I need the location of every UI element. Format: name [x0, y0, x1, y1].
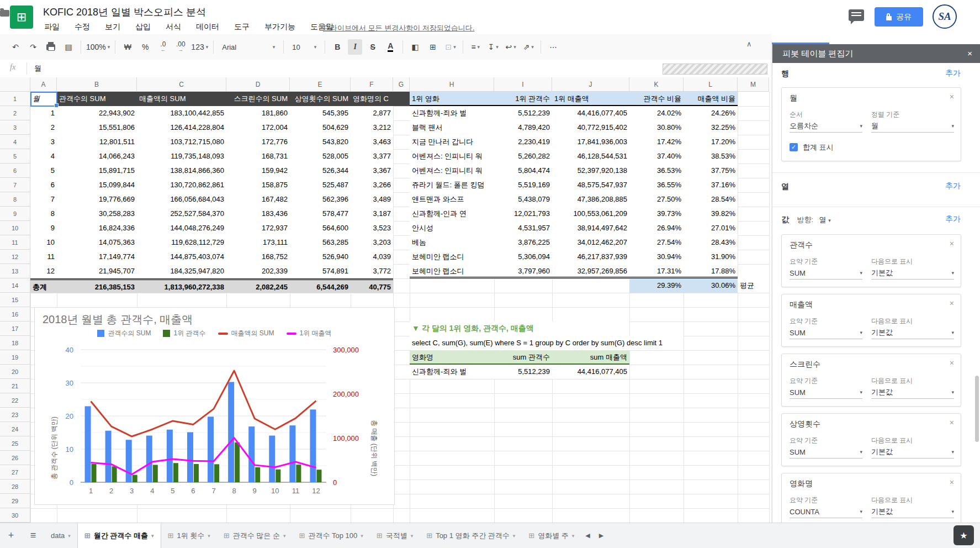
row-header-25[interactable]: 25 — [0, 436, 30, 451]
menu-item-3[interactable]: 보기 — [105, 22, 120, 32]
menu-item-5[interactable]: 서식 — [166, 22, 181, 32]
column-header-L[interactable]: L — [684, 77, 738, 92]
menu-item-6[interactable]: 데이터 — [196, 22, 219, 32]
cell-E1[interactable]: 상영횟수의 SUM — [290, 92, 351, 106]
cell-D10[interactable]: 172,937 — [226, 221, 290, 235]
row-header-2[interactable]: 2 — [0, 106, 30, 120]
cell-E11[interactable]: 563,285 — [290, 235, 351, 250]
cell-F14[interactable]: 40,775 — [351, 278, 393, 293]
comments-icon[interactable] — [849, 9, 864, 21]
font-select[interactable]: Arial▾ — [219, 39, 278, 55]
cell-H1[interactable]: 1위 영화 — [410, 92, 494, 106]
column-header-B[interactable]: B — [57, 77, 137, 92]
row-header-12[interactable]: 12 — [0, 250, 30, 264]
column-header-I[interactable]: I — [494, 77, 552, 92]
cell-H5[interactable]: 어벤져스: 인피니티 워 — [410, 149, 494, 164]
cell-E10[interactable]: 564,600 — [290, 221, 351, 235]
cell-L6[interactable]: 37.75% — [684, 164, 738, 178]
cell-E5[interactable]: 528,005 — [290, 149, 351, 164]
row-header-13[interactable]: 13 — [0, 264, 30, 278]
cell-H20[interactable]: 신과함께-죄와 벌 — [410, 365, 494, 379]
column-header-M[interactable]: M — [738, 77, 769, 92]
cell-F13[interactable]: 3,772 — [351, 264, 393, 278]
cell-J12[interactable]: 46,217,837,939 — [552, 250, 629, 264]
row-header-21[interactable]: 21 — [0, 379, 30, 393]
cell-H3[interactable]: 블랙 팬서 — [410, 120, 494, 135]
cell-A13[interactable]: 12 — [30, 264, 57, 278]
cell-L14[interactable]: 30.06% — [684, 278, 738, 293]
summarize-by-select[interactable]: SUM▾ — [790, 386, 862, 399]
cell-F8[interactable]: 3,489 — [351, 192, 393, 207]
select-all-corner[interactable] — [0, 77, 30, 92]
cell-B11[interactable]: 14,075,363 — [57, 235, 137, 250]
cell-K10[interactable]: 26.94% — [629, 221, 684, 235]
document-title[interactable]: KOFIC 2018년 일별 박스오피스 분석 — [43, 6, 206, 19]
row-header-30[interactable]: 30 — [0, 508, 30, 523]
cell-A10[interactable]: 9 — [30, 221, 57, 235]
cell-D2[interactable]: 181,860 — [226, 106, 290, 120]
row-header-4[interactable]: 4 — [0, 135, 30, 149]
row-header-29[interactable]: 29 — [0, 494, 30, 508]
cell-H17[interactable]: ▼ 각 달의 1위 영화, 관객수, 매출액 — [410, 322, 629, 336]
cell-C13[interactable]: 184,325,947,820 — [137, 264, 226, 278]
cell-J7[interactable]: 48,575,547,937 — [552, 178, 629, 192]
column-header-K[interactable]: K — [629, 77, 684, 92]
cell-B14[interactable]: 216,385,153 — [57, 278, 137, 293]
cell-F5[interactable]: 3,377 — [351, 149, 393, 164]
more-toolbar-button[interactable]: ⋯ — [546, 39, 560, 55]
cell-L10[interactable]: 27.01% — [684, 221, 738, 235]
close-icon[interactable]: × — [950, 299, 954, 308]
sheet-tab-3[interactable]: ⊞1위 횟수▾ — [161, 523, 217, 548]
cell-K12[interactable]: 30.94% — [629, 250, 684, 264]
cell-L7[interactable]: 37.16% — [684, 178, 738, 192]
cell-A9[interactable]: 8 — [30, 207, 57, 221]
row-header-9[interactable]: 9 — [0, 207, 30, 221]
cell-H9[interactable]: 신과함께-인과 연 — [410, 207, 494, 221]
cell-J2[interactable]: 44,416,077,405 — [552, 106, 629, 120]
cell-H8[interactable]: 앤트맨과 와스프 — [410, 192, 494, 207]
values-add-link[interactable]: 추가 — [945, 214, 961, 224]
currency-format-button[interactable]: ₩ — [120, 39, 135, 55]
cell-A7[interactable]: 6 — [30, 178, 57, 192]
show-as-select[interactable]: 기본값▾ — [871, 446, 954, 459]
cell-A14[interactable]: 총계 — [30, 278, 57, 293]
cell-J5[interactable]: 46,128,544,531 — [552, 149, 629, 164]
cell-C5[interactable]: 119,735,148,093 — [137, 149, 226, 164]
cell-H10[interactable]: 안시성 — [410, 221, 494, 235]
cell-F9[interactable]: 3,187 — [351, 207, 393, 221]
column-header-A[interactable]: A — [30, 77, 57, 92]
cell-E2[interactable]: 545,395 — [290, 106, 351, 120]
cell-D4[interactable]: 172,776 — [226, 135, 290, 149]
cell-J3[interactable]: 40,772,915,402 — [552, 120, 629, 135]
vertical-align-button[interactable]: ↧▾ — [486, 39, 500, 55]
tab-scroll-right-icon[interactable]: ▶ — [595, 523, 608, 548]
text-wrap-button[interactable]: ↩▾ — [504, 39, 518, 55]
cell-I7[interactable]: 5,519,169 — [494, 178, 552, 192]
cell-I13[interactable]: 3,797,960 — [494, 264, 552, 278]
collapse-toolbar-icon[interactable]: ∧ — [746, 40, 752, 48]
row-header-15[interactable]: 15 — [0, 293, 30, 307]
cell-C7[interactable]: 130,720,862,861 — [137, 178, 226, 192]
cell-L5[interactable]: 38.53% — [684, 149, 738, 164]
cell-C6[interactable]: 138,814,866,360 — [137, 164, 226, 178]
cell-F11[interactable]: 3,203 — [351, 235, 393, 250]
panel-scrollbar[interactable] — [975, 376, 979, 442]
cell-E13[interactable]: 574,891 — [290, 264, 351, 278]
cell-A11[interactable]: 10 — [30, 235, 57, 250]
cell-D12[interactable]: 168,752 — [226, 250, 290, 264]
cell-C8[interactable]: 166,056,684,043 — [137, 192, 226, 207]
cell-F2[interactable]: 2,877 — [351, 106, 393, 120]
avatar[interactable]: SA — [933, 4, 957, 29]
cell-B6[interactable]: 15,891,715 — [57, 164, 137, 178]
text-color-button[interactable]: A — [383, 39, 398, 55]
folder-icon[interactable] — [0, 10, 9, 17]
row-header-19[interactable]: 19 — [0, 350, 30, 365]
row-header-20[interactable]: 20 — [0, 365, 30, 379]
cell-I10[interactable]: 4,531,957 — [494, 221, 552, 235]
row-header-3[interactable]: 3 — [0, 120, 30, 135]
borders-button[interactable]: ⊞ — [426, 39, 440, 55]
sheet-tab-5[interactable]: ⊞관객수 Top 100▾ — [292, 523, 369, 548]
cell-H7[interactable]: 쥬라기 월드: 폴른 킹덤 — [410, 178, 494, 192]
cell-D11[interactable]: 173,111 — [226, 235, 290, 250]
cell-E4[interactable]: 543,820 — [290, 135, 351, 149]
